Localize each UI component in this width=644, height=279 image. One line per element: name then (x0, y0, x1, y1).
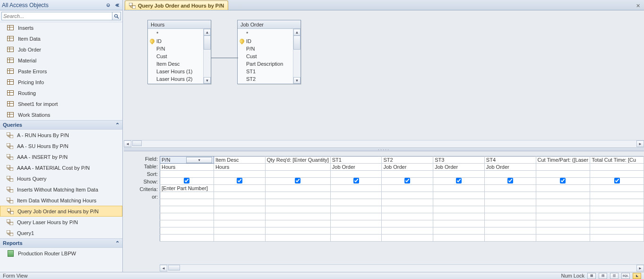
field-row[interactable]: Item Desc (148, 60, 203, 68)
nav-query-item[interactable]: AA - SU Hours By P/N (0, 140, 122, 151)
splitter-handle[interactable] (124, 148, 644, 151)
grid-cell-blank[interactable] (590, 235, 644, 242)
grid-cell-table[interactable]: Hours (214, 164, 265, 171)
grid-cell-blank[interactable] (590, 227, 644, 235)
show-checkbox[interactable] (353, 178, 359, 183)
grid-cell-table[interactable]: Hours (160, 164, 214, 171)
scroll-thumb[interactable] (293, 35, 301, 50)
grid-cell-field[interactable]: Cut Time/Part: ([Laser (536, 157, 590, 164)
scroll-thumb[interactable] (168, 265, 180, 270)
grid-cell-blank[interactable] (536, 206, 590, 213)
grid-cell-blank[interactable] (536, 213, 590, 220)
grid-cell-show[interactable] (214, 178, 265, 185)
grid-cell-field[interactable]: Total Cut Time: [Cu (590, 157, 644, 164)
grid-cell-blank[interactable] (265, 235, 330, 242)
grid-cell-table[interactable] (536, 164, 590, 171)
grid-cell-blank[interactable] (160, 199, 214, 206)
grid-cell-blank[interactable] (265, 206, 330, 213)
grid-cell-blank[interactable] (160, 235, 214, 242)
grid-cell-blank[interactable] (382, 206, 433, 213)
grid-cell-criteria[interactable] (536, 185, 590, 192)
field-row[interactable]: Cust (238, 52, 293, 60)
field-row[interactable]: Part Description (238, 60, 293, 68)
relationship-line[interactable] (211, 58, 238, 58)
table-scrollbar[interactable]: ▲▼ (293, 29, 301, 84)
scroll-up-icon[interactable]: ▲ (204, 29, 211, 35)
grid-cell-show[interactable] (433, 178, 485, 185)
grid-cell-blank[interactable] (330, 227, 382, 235)
grid-cell-table[interactable] (265, 164, 330, 171)
grid-cell-blank[interactable] (590, 220, 644, 227)
nav-header[interactable]: All Access Objects (0, 0, 122, 10)
scroll-left-icon[interactable]: ◄ (160, 265, 167, 271)
grid-cell-blank[interactable] (590, 213, 644, 220)
grid-cell-sort[interactable] (590, 171, 644, 178)
grid-cell-blank[interactable] (382, 199, 433, 206)
grid-cell-table[interactable]: Job Order (433, 164, 485, 171)
grid-cell-blank[interactable] (214, 220, 265, 227)
scroll-down-icon[interactable]: ▼ (293, 77, 301, 84)
grid-columns-area[interactable]: P/N▼Item DescQty Req'd: [Enter Quantity]… (160, 151, 644, 272)
nav-query-item[interactable]: Inserts Without Matching Item Data (0, 184, 122, 195)
grid-cell-table[interactable]: Job Order (484, 164, 536, 171)
grid-cell-blank[interactable] (484, 227, 536, 235)
nav-list[interactable]: InsertsItem DataJob OrderMaterialPaste E… (0, 22, 122, 273)
grid-cell-blank[interactable] (214, 235, 265, 242)
nav-table-item[interactable]: Pricing Info (0, 77, 122, 87)
show-checkbox[interactable] (184, 178, 189, 183)
grid-cell-blank[interactable] (265, 199, 330, 206)
grid-cell-criteria[interactable]: [Enter Part Number] (160, 185, 214, 192)
grid-cell-field[interactable]: ST4 (484, 157, 536, 164)
grid-cell-sort[interactable] (382, 171, 433, 178)
grid-cell-blank[interactable] (330, 199, 382, 206)
field-row[interactable]: ST1 (238, 68, 293, 75)
grid-cell-blank[interactable] (536, 199, 590, 206)
field-row[interactable]: P/N (148, 45, 203, 52)
nav-query-item[interactable]: Item Data Without Matching Hours (0, 195, 122, 206)
grid-cell-field[interactable]: Item Desc (214, 157, 265, 164)
grid-cell-or[interactable] (536, 192, 590, 199)
grid-cell-or[interactable] (590, 192, 644, 199)
grid-cell-show[interactable] (330, 178, 382, 185)
grid-cell-or[interactable] (214, 192, 265, 199)
grid-cell-blank[interactable] (484, 199, 536, 206)
field-row[interactable]: Laser Hours (1) (148, 68, 203, 75)
search-button[interactable] (112, 12, 121, 20)
grid-cell-table[interactable]: Job Order (382, 164, 433, 171)
grid-cell-or[interactable] (330, 192, 382, 199)
show-checkbox[interactable] (560, 178, 566, 183)
grid-cell-blank[interactable] (484, 213, 536, 220)
grid-cell-blank[interactable] (330, 220, 382, 227)
grid-cell-blank[interactable] (160, 206, 214, 213)
grid-cell-sort[interactable] (265, 171, 330, 178)
show-checkbox[interactable] (404, 178, 410, 183)
scroll-right-icon[interactable]: ► (636, 265, 644, 271)
grid-cell-blank[interactable] (330, 213, 382, 220)
field-row[interactable]: P/N (238, 45, 293, 52)
grid-cell-or[interactable] (484, 192, 536, 199)
nav-table-item[interactable]: Inserts (0, 22, 122, 33)
grid-cell-table[interactable]: Job Order (330, 164, 382, 171)
grid-cell-blank[interactable] (214, 227, 265, 235)
field-row[interactable]: * (238, 30, 293, 37)
grid-cell-show[interactable] (382, 178, 433, 185)
nav-report-item[interactable]: Production Router LBPW (0, 248, 122, 259)
query-diagram-area[interactable]: Job Order*IDP/NCustPart DescriptionST1ST… (124, 10, 644, 148)
grid-cell-blank[interactable] (214, 206, 265, 213)
grid-cell-criteria[interactable] (214, 185, 265, 192)
sql-view-button[interactable]: SQL (621, 273, 630, 279)
grid-cell-field[interactable]: Qty Req'd: [Enter Quantity] (265, 157, 330, 164)
grid-cell-sort[interactable] (484, 171, 536, 178)
search-input[interactable] (1, 12, 112, 20)
tab-query-job-order[interactable]: Query Job Order and Hours by P/N (125, 0, 228, 10)
grid-cell-blank[interactable] (433, 220, 485, 227)
grid-cell-blank[interactable] (160, 220, 214, 227)
grid-cell-blank[interactable] (536, 220, 590, 227)
grid-cell-blank[interactable] (265, 227, 330, 235)
grid-cell-blank[interactable] (433, 235, 485, 242)
show-checkbox[interactable] (456, 178, 462, 183)
grid-cell-blank[interactable] (433, 206, 485, 213)
grid-cell-criteria[interactable] (265, 185, 330, 192)
pivot-chart-view-button[interactable]: ▥ (610, 273, 618, 279)
grid-cell-blank[interactable] (382, 227, 433, 235)
